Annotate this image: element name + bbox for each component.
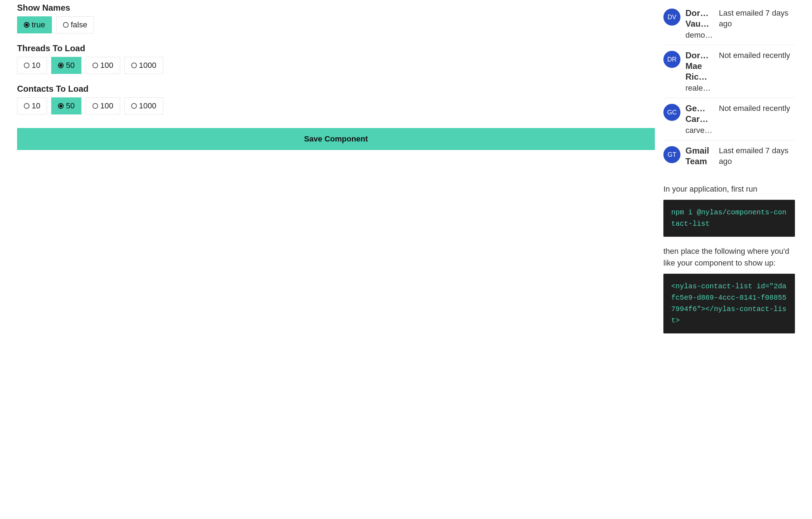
contact-handle: realest… — [685, 84, 714, 93]
radio-option[interactable]: 100 — [86, 57, 120, 74]
contact-status: Last emailed 7 days ago — [719, 8, 795, 29]
contact-item[interactable]: DRDor… Mae Ric…realest…Not emailed recen… — [663, 45, 795, 98]
contact-list: DVDor… Vau…demo…Last emailed 7 days agoD… — [663, 3, 795, 172]
radio-option-label: 100 — [100, 101, 113, 111]
code-block-install: npm i @nylas/components-contact-list — [663, 200, 795, 237]
contact-status: Last emailed 7 days ago — [719, 145, 795, 166]
radio-option[interactable]: 1000 — [124, 97, 163, 114]
avatar: DR — [663, 51, 680, 68]
radio-icon — [63, 22, 69, 28]
contact-name: Gmail Team — [685, 145, 714, 167]
radio-option-label: true — [32, 20, 45, 30]
radio-option[interactable]: 10 — [17, 97, 47, 114]
radio-option-label: 100 — [100, 61, 113, 70]
radio-icon — [92, 63, 98, 68]
contacts-to-load-label: Contacts To Load — [17, 84, 655, 94]
show-names-group: Show Names truefalse — [17, 3, 655, 33]
radio-option[interactable]: 50 — [51, 97, 81, 114]
contact-status: Not emailed recently — [719, 50, 795, 61]
contact-name: Dor… Mae Ric… — [685, 50, 714, 82]
preview-panel: DVDor… Vau…demo…Last emailed 7 days agoD… — [663, 3, 795, 333]
threads-to-load-label: Threads To Load — [17, 43, 655, 53]
show-names-options: truefalse — [17, 16, 655, 33]
contact-handle: carver… — [685, 126, 714, 135]
avatar: GC — [663, 104, 680, 121]
contacts-to-load-group: Contacts To Load 10501001000 — [17, 84, 655, 114]
contact-name: Ge… Car… — [685, 103, 714, 124]
contact-item[interactable]: GTGmail TeamLast emailed 7 days ago — [663, 140, 795, 172]
radio-option-label: 1000 — [139, 61, 156, 70]
threads-to-load-options: 10501001000 — [17, 57, 655, 74]
contacts-to-load-options: 10501001000 — [17, 97, 655, 114]
radio-option-label: 10 — [32, 101, 40, 111]
contact-identity: Gmail Team — [685, 145, 714, 167]
radio-icon — [58, 63, 64, 68]
radio-option[interactable]: false — [56, 16, 94, 33]
instruction-text-1: In your application, first run — [663, 183, 795, 195]
save-component-button[interactable]: Save Component — [17, 128, 655, 150]
radio-icon — [24, 103, 30, 109]
radio-option-label: 50 — [66, 61, 74, 70]
contact-item[interactable]: DVDor… Vau…demo…Last emailed 7 days ago — [663, 3, 795, 45]
avatar: GT — [663, 146, 680, 163]
radio-option[interactable]: 100 — [86, 97, 120, 114]
radio-option-label: 50 — [66, 101, 74, 111]
radio-option[interactable]: 10 — [17, 57, 47, 74]
avatar: DV — [663, 9, 680, 26]
threads-to-load-group: Threads To Load 10501001000 — [17, 43, 655, 74]
instruction-text-2: then place the following where you'd lik… — [663, 245, 795, 269]
contact-status: Not emailed recently — [719, 103, 795, 114]
show-names-label: Show Names — [17, 3, 655, 13]
radio-option[interactable]: 50 — [51, 57, 81, 74]
radio-option[interactable]: true — [17, 16, 52, 33]
radio-icon — [131, 63, 137, 68]
radio-icon — [92, 103, 98, 109]
radio-icon — [131, 103, 137, 109]
contact-handle: demo… — [685, 31, 714, 40]
radio-icon — [24, 22, 30, 28]
radio-icon — [58, 103, 64, 109]
contact-identity: Ge… Car…carver… — [685, 103, 714, 135]
settings-panel: Show Names truefalse Threads To Load 105… — [17, 3, 655, 150]
contact-identity: Dor… Mae Ric…realest… — [685, 50, 714, 93]
radio-option-label: false — [71, 20, 87, 30]
contact-item[interactable]: GCGe… Car…carver…Not emailed recently — [663, 98, 795, 140]
radio-icon — [24, 63, 30, 68]
radio-option[interactable]: 1000 — [124, 57, 163, 74]
radio-option-label: 1000 — [139, 101, 156, 111]
contact-name: Dor… Vau… — [685, 8, 714, 29]
radio-option-label: 10 — [32, 61, 40, 70]
code-block-embed: <nylas-contact-list id="2dafc5e9-d869-4c… — [663, 274, 795, 333]
contact-identity: Dor… Vau…demo… — [685, 8, 714, 40]
